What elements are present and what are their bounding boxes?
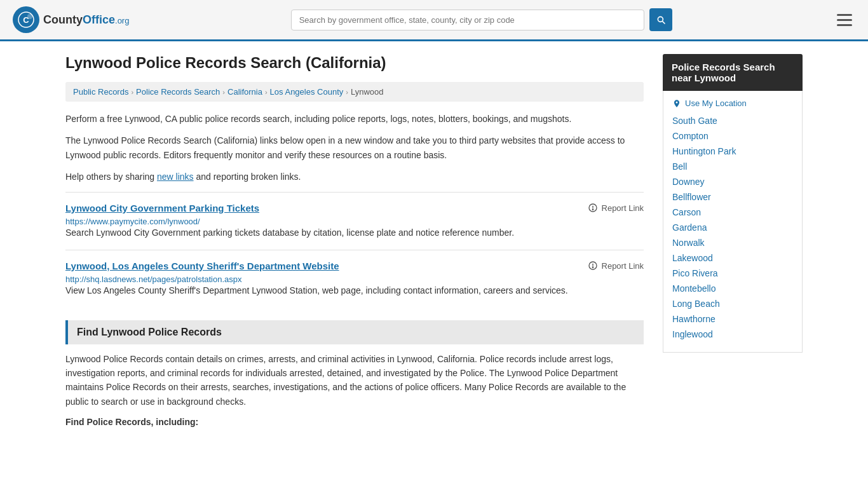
link-item-header-1: Lynwood, Los Angeles County Sheriff's De… xyxy=(65,261,644,271)
sidebar-city-link-13[interactable]: Hawthorne xyxy=(672,314,715,324)
menu-icon-line xyxy=(837,14,852,16)
breadcrumb-california[interactable]: California xyxy=(227,87,262,97)
sidebar-city-link-12[interactable]: Long Beach xyxy=(672,299,720,309)
breadcrumb-police-records-search[interactable]: Police Records Search xyxy=(136,87,220,97)
link-item-1: Lynwood, Los Angeles County Sheriff's De… xyxy=(65,250,644,308)
breadcrumb: Public Records › Police Records Search ›… xyxy=(65,82,644,102)
report-label-1: Report Link xyxy=(602,261,644,271)
sidebar-list-item: Huntington Park xyxy=(672,146,793,156)
main-container: Lynwood Police Records Search (Californi… xyxy=(53,41,815,449)
breadcrumb-lynwood: Lynwood xyxy=(351,87,384,97)
sidebar-city-link-0[interactable]: South Gate xyxy=(672,116,717,126)
link-item-0: Lynwood City Government Parking Tickets … xyxy=(65,192,644,250)
breadcrumb-la-county[interactable]: Los Angeles County xyxy=(270,87,344,97)
report-label-0: Report Link xyxy=(602,203,644,213)
link-item-header-0: Lynwood City Government Parking Tickets … xyxy=(65,203,644,214)
new-links-link[interactable]: new links xyxy=(157,172,194,182)
search-button[interactable] xyxy=(649,8,672,31)
link-title-0[interactable]: Lynwood City Government Parking Tickets xyxy=(65,203,259,214)
logo-icon: C xyxy=(13,6,39,33)
breadcrumb-sep: › xyxy=(131,88,133,96)
menu-icon-line xyxy=(837,24,852,26)
sidebar-list-item: Lakewood xyxy=(672,253,793,263)
page-title: Lynwood Police Records Search (Californi… xyxy=(65,54,644,72)
link-url-1[interactable]: http://shq.lasdnews.net/pages/patrolstat… xyxy=(65,274,242,284)
breadcrumb-sep: › xyxy=(222,88,225,96)
sidebar: Police Records Search near Lynwood Use M… xyxy=(663,54,803,436)
sidebar-city-link-4[interactable]: Downey xyxy=(672,177,705,187)
find-including-label: Find Police Records, including: xyxy=(65,415,644,429)
logo-area: C CountyOffice.org xyxy=(13,6,129,33)
sidebar-list-item: Montebello xyxy=(672,283,793,294)
search-input[interactable] xyxy=(291,10,644,30)
sidebar-body: Use My Location South GateComptonHunting… xyxy=(663,91,803,353)
sidebar-city-link-2[interactable]: Huntington Park xyxy=(672,146,736,156)
sidebar-list-item: Hawthorne xyxy=(672,314,793,324)
sidebar-city-link-3[interactable]: Bell xyxy=(672,161,687,172)
intro-paragraph-3: Help others by sharing new links and rep… xyxy=(65,170,644,184)
sidebar-city-link-1[interactable]: Compton xyxy=(672,131,709,141)
sidebar-city-link-5[interactable]: Bellflower xyxy=(672,192,711,202)
sidebar-list-item: Carson xyxy=(672,207,793,217)
sidebar-list-item: Bellflower xyxy=(672,192,793,202)
breadcrumb-sep: › xyxy=(265,88,268,96)
search-area xyxy=(291,8,672,31)
sidebar-list-item: Inglewood xyxy=(672,329,793,339)
sidebar-list-item: Norwalk xyxy=(672,238,793,248)
svg-point-5 xyxy=(592,209,593,210)
svg-point-2 xyxy=(27,14,32,19)
sidebar-list-item: Long Beach xyxy=(672,299,793,309)
intro-3-before: Help others by sharing xyxy=(65,172,157,182)
link-title-1[interactable]: Lynwood, Los Angeles County Sheriff's De… xyxy=(65,261,339,271)
sidebar-city-link-6[interactable]: Carson xyxy=(672,207,701,217)
section-description: Lynwood Police Records contain details o… xyxy=(65,352,644,409)
use-location-label: Use My Location xyxy=(685,98,747,108)
breadcrumb-public-records[interactable]: Public Records xyxy=(73,87,128,97)
link-url-0[interactable]: https://www.paymycite.com/lynwood/ xyxy=(65,217,200,226)
section-header: Find Lynwood Police Records xyxy=(65,320,644,344)
sidebar-city-link-7[interactable]: Gardena xyxy=(672,222,707,233)
sidebar-city-link-11[interactable]: Montebello xyxy=(672,283,716,294)
sidebar-list-item: Compton xyxy=(672,131,793,141)
sidebar-city-link-14[interactable]: Inglewood xyxy=(672,329,713,339)
menu-button[interactable] xyxy=(834,11,855,29)
sidebar-list-item: South Gate xyxy=(672,116,793,126)
sidebar-city-link-9[interactable]: Lakewood xyxy=(672,253,713,263)
sidebar-links-list: South GateComptonHuntington ParkBellDown… xyxy=(672,116,793,339)
svg-point-8 xyxy=(592,267,593,268)
logo-text: CountyOffice.org xyxy=(43,13,129,27)
use-location-button[interactable]: Use My Location xyxy=(672,98,793,108)
link-desc-1: View Los Angeles County Sheriff's Depart… xyxy=(65,284,644,297)
sidebar-list-item: Downey xyxy=(672,177,793,187)
intro-paragraph-1: Perform a free Lynwood, CA public police… xyxy=(65,112,644,126)
report-link-button-0[interactable]: Report Link xyxy=(588,203,644,213)
find-including-text: Find Police Records, including: xyxy=(65,417,198,427)
sidebar-list-item: Gardena xyxy=(672,222,793,233)
link-desc-0: Search Lynwood City Government parking t… xyxy=(65,226,644,240)
site-header: C CountyOffice.org xyxy=(0,0,868,41)
intro-3-after: and reporting broken links. xyxy=(194,172,301,182)
sidebar-list-item: Bell xyxy=(672,161,793,172)
report-link-button-1[interactable]: Report Link xyxy=(588,261,644,271)
breadcrumb-sep: › xyxy=(346,88,348,96)
sidebar-city-link-10[interactable]: Pico Rivera xyxy=(672,268,718,278)
content-area: Lynwood Police Records Search (Californi… xyxy=(65,54,644,436)
sidebar-title: Police Records Search near Lynwood xyxy=(663,54,803,91)
sidebar-list-item: Pico Rivera xyxy=(672,268,793,278)
sidebar-city-link-8[interactable]: Norwalk xyxy=(672,238,705,248)
intro-paragraph-2: The Lynwood Police Records Search (Calif… xyxy=(65,133,644,162)
menu-icon-line xyxy=(837,19,852,21)
